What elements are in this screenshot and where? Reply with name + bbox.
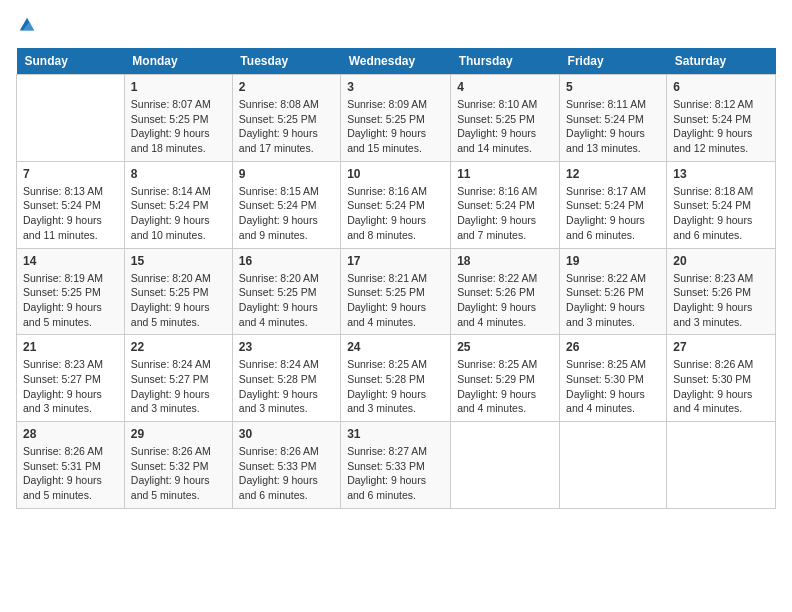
day-info: Sunrise: 8:26 AMSunset: 5:30 PMDaylight:… xyxy=(673,357,769,416)
day-info: Sunrise: 8:24 AMSunset: 5:27 PMDaylight:… xyxy=(131,357,226,416)
day-info: Sunrise: 8:20 AMSunset: 5:25 PMDaylight:… xyxy=(131,271,226,330)
calendar-cell: 3Sunrise: 8:09 AMSunset: 5:25 PMDaylight… xyxy=(341,75,451,162)
day-info: Sunrise: 8:07 AMSunset: 5:25 PMDaylight:… xyxy=(131,97,226,156)
calendar-cell: 17Sunrise: 8:21 AMSunset: 5:25 PMDayligh… xyxy=(341,248,451,335)
day-info: Sunrise: 8:25 AMSunset: 5:28 PMDaylight:… xyxy=(347,357,444,416)
calendar-cell: 21Sunrise: 8:23 AMSunset: 5:27 PMDayligh… xyxy=(17,335,125,422)
calendar-cell: 14Sunrise: 8:19 AMSunset: 5:25 PMDayligh… xyxy=(17,248,125,335)
day-info: Sunrise: 8:15 AMSunset: 5:24 PMDaylight:… xyxy=(239,184,334,243)
calendar-cell: 1Sunrise: 8:07 AMSunset: 5:25 PMDaylight… xyxy=(124,75,232,162)
day-number: 15 xyxy=(131,254,226,268)
day-info: Sunrise: 8:25 AMSunset: 5:29 PMDaylight:… xyxy=(457,357,553,416)
calendar-cell: 6Sunrise: 8:12 AMSunset: 5:24 PMDaylight… xyxy=(667,75,776,162)
day-number: 10 xyxy=(347,167,444,181)
header-day-wednesday: Wednesday xyxy=(341,48,451,75)
day-number: 1 xyxy=(131,80,226,94)
calendar-cell: 28Sunrise: 8:26 AMSunset: 5:31 PMDayligh… xyxy=(17,422,125,509)
calendar-cell: 30Sunrise: 8:26 AMSunset: 5:33 PMDayligh… xyxy=(232,422,340,509)
calendar-cell xyxy=(667,422,776,509)
day-info: Sunrise: 8:25 AMSunset: 5:30 PMDaylight:… xyxy=(566,357,660,416)
calendar-cell: 16Sunrise: 8:20 AMSunset: 5:25 PMDayligh… xyxy=(232,248,340,335)
day-info: Sunrise: 8:14 AMSunset: 5:24 PMDaylight:… xyxy=(131,184,226,243)
day-number: 23 xyxy=(239,340,334,354)
day-number: 30 xyxy=(239,427,334,441)
calendar-cell xyxy=(451,422,560,509)
calendar-cell: 19Sunrise: 8:22 AMSunset: 5:26 PMDayligh… xyxy=(560,248,667,335)
day-number: 5 xyxy=(566,80,660,94)
calendar-cell: 31Sunrise: 8:27 AMSunset: 5:33 PMDayligh… xyxy=(341,422,451,509)
day-number: 20 xyxy=(673,254,769,268)
day-number: 22 xyxy=(131,340,226,354)
day-info: Sunrise: 8:09 AMSunset: 5:25 PMDaylight:… xyxy=(347,97,444,156)
day-number: 3 xyxy=(347,80,444,94)
calendar-cell: 11Sunrise: 8:16 AMSunset: 5:24 PMDayligh… xyxy=(451,161,560,248)
day-number: 21 xyxy=(23,340,118,354)
day-number: 28 xyxy=(23,427,118,441)
day-number: 9 xyxy=(239,167,334,181)
week-row-2: 7Sunrise: 8:13 AMSunset: 5:24 PMDaylight… xyxy=(17,161,776,248)
calendar-cell: 27Sunrise: 8:26 AMSunset: 5:30 PMDayligh… xyxy=(667,335,776,422)
day-info: Sunrise: 8:24 AMSunset: 5:28 PMDaylight:… xyxy=(239,357,334,416)
day-number: 17 xyxy=(347,254,444,268)
header-day-thursday: Thursday xyxy=(451,48,560,75)
day-number: 27 xyxy=(673,340,769,354)
day-info: Sunrise: 8:20 AMSunset: 5:25 PMDaylight:… xyxy=(239,271,334,330)
day-info: Sunrise: 8:23 AMSunset: 5:27 PMDaylight:… xyxy=(23,357,118,416)
day-number: 7 xyxy=(23,167,118,181)
calendar-cell: 26Sunrise: 8:25 AMSunset: 5:30 PMDayligh… xyxy=(560,335,667,422)
calendar-cell: 20Sunrise: 8:23 AMSunset: 5:26 PMDayligh… xyxy=(667,248,776,335)
calendar-cell xyxy=(17,75,125,162)
calendar-cell: 23Sunrise: 8:24 AMSunset: 5:28 PMDayligh… xyxy=(232,335,340,422)
day-number: 18 xyxy=(457,254,553,268)
day-info: Sunrise: 8:16 AMSunset: 5:24 PMDaylight:… xyxy=(347,184,444,243)
header-day-tuesday: Tuesday xyxy=(232,48,340,75)
calendar-cell: 12Sunrise: 8:17 AMSunset: 5:24 PMDayligh… xyxy=(560,161,667,248)
day-number: 4 xyxy=(457,80,553,94)
calendar-header: SundayMondayTuesdayWednesdayThursdayFrid… xyxy=(17,48,776,75)
day-info: Sunrise: 8:21 AMSunset: 5:25 PMDaylight:… xyxy=(347,271,444,330)
logo-icon xyxy=(18,16,36,34)
calendar-cell: 15Sunrise: 8:20 AMSunset: 5:25 PMDayligh… xyxy=(124,248,232,335)
week-row-3: 14Sunrise: 8:19 AMSunset: 5:25 PMDayligh… xyxy=(17,248,776,335)
header-day-saturday: Saturday xyxy=(667,48,776,75)
day-number: 25 xyxy=(457,340,553,354)
calendar-cell: 4Sunrise: 8:10 AMSunset: 5:25 PMDaylight… xyxy=(451,75,560,162)
page-header xyxy=(16,16,776,38)
day-info: Sunrise: 8:12 AMSunset: 5:24 PMDaylight:… xyxy=(673,97,769,156)
day-info: Sunrise: 8:19 AMSunset: 5:25 PMDaylight:… xyxy=(23,271,118,330)
day-info: Sunrise: 8:16 AMSunset: 5:24 PMDaylight:… xyxy=(457,184,553,243)
week-row-1: 1Sunrise: 8:07 AMSunset: 5:25 PMDaylight… xyxy=(17,75,776,162)
day-info: Sunrise: 8:26 AMSunset: 5:31 PMDaylight:… xyxy=(23,444,118,503)
day-info: Sunrise: 8:27 AMSunset: 5:33 PMDaylight:… xyxy=(347,444,444,503)
calendar-table: SundayMondayTuesdayWednesdayThursdayFrid… xyxy=(16,48,776,509)
day-info: Sunrise: 8:18 AMSunset: 5:24 PMDaylight:… xyxy=(673,184,769,243)
day-info: Sunrise: 8:26 AMSunset: 5:33 PMDaylight:… xyxy=(239,444,334,503)
day-number: 6 xyxy=(673,80,769,94)
day-number: 2 xyxy=(239,80,334,94)
day-number: 14 xyxy=(23,254,118,268)
calendar-cell: 25Sunrise: 8:25 AMSunset: 5:29 PMDayligh… xyxy=(451,335,560,422)
week-row-5: 28Sunrise: 8:26 AMSunset: 5:31 PMDayligh… xyxy=(17,422,776,509)
day-number: 13 xyxy=(673,167,769,181)
day-number: 11 xyxy=(457,167,553,181)
day-number: 16 xyxy=(239,254,334,268)
header-day-monday: Monday xyxy=(124,48,232,75)
day-info: Sunrise: 8:08 AMSunset: 5:25 PMDaylight:… xyxy=(239,97,334,156)
day-number: 24 xyxy=(347,340,444,354)
day-info: Sunrise: 8:17 AMSunset: 5:24 PMDaylight:… xyxy=(566,184,660,243)
header-row: SundayMondayTuesdayWednesdayThursdayFrid… xyxy=(17,48,776,75)
calendar-cell: 7Sunrise: 8:13 AMSunset: 5:24 PMDaylight… xyxy=(17,161,125,248)
calendar-cell: 22Sunrise: 8:24 AMSunset: 5:27 PMDayligh… xyxy=(124,335,232,422)
calendar-body: 1Sunrise: 8:07 AMSunset: 5:25 PMDaylight… xyxy=(17,75,776,509)
header-day-friday: Friday xyxy=(560,48,667,75)
day-info: Sunrise: 8:11 AMSunset: 5:24 PMDaylight:… xyxy=(566,97,660,156)
day-number: 26 xyxy=(566,340,660,354)
day-number: 8 xyxy=(131,167,226,181)
calendar-cell: 5Sunrise: 8:11 AMSunset: 5:24 PMDaylight… xyxy=(560,75,667,162)
day-number: 19 xyxy=(566,254,660,268)
day-info: Sunrise: 8:13 AMSunset: 5:24 PMDaylight:… xyxy=(23,184,118,243)
calendar-cell: 10Sunrise: 8:16 AMSunset: 5:24 PMDayligh… xyxy=(341,161,451,248)
calendar-cell: 18Sunrise: 8:22 AMSunset: 5:26 PMDayligh… xyxy=(451,248,560,335)
logo xyxy=(16,16,36,38)
day-info: Sunrise: 8:22 AMSunset: 5:26 PMDaylight:… xyxy=(457,271,553,330)
